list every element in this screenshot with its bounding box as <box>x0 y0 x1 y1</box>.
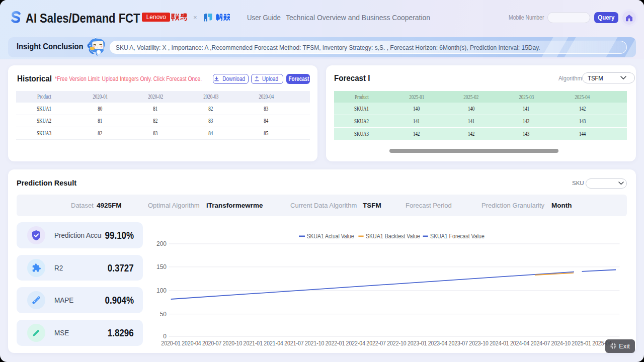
svg-text:2024-04: 2024-04 <box>510 340 530 347</box>
svg-text:SKUA1 Backtest Value: SKUA1 Backtest Value <box>366 233 420 240</box>
svg-text:2023-07: 2023-07 <box>449 340 468 347</box>
svg-text:2021-07: 2021-07 <box>284 340 304 347</box>
svg-text:2022-04: 2022-04 <box>346 340 366 347</box>
svg-text:2023-01: 2023-01 <box>408 340 427 347</box>
svg-text:200: 200 <box>156 240 167 247</box>
svg-text:50: 50 <box>160 311 167 318</box>
svg-text:2022-01: 2022-01 <box>326 340 345 347</box>
svg-text:2024-01: 2024-01 <box>490 340 509 347</box>
svg-text:2022-10: 2022-10 <box>387 340 407 347</box>
svg-text:2021-04: 2021-04 <box>264 340 283 347</box>
svg-text:2021-10: 2021-10 <box>305 340 325 347</box>
svg-text:2020-04: 2020-04 <box>182 340 201 347</box>
svg-text:2020-01: 2020-01 <box>161 340 181 347</box>
svg-text:2021-01: 2021-01 <box>244 340 263 347</box>
svg-text:2023-04: 2023-04 <box>428 340 448 347</box>
svg-text:2023-10: 2023-10 <box>469 340 489 347</box>
svg-text:0: 0 <box>163 333 167 340</box>
svg-text:2020-07: 2020-07 <box>202 340 222 347</box>
svg-text:SKUA1 Forecast Value: SKUA1 Forecast Value <box>430 233 485 240</box>
svg-text:SKUA1 Actual Value: SKUA1 Actual Value <box>307 233 354 240</box>
svg-text:2024-07: 2024-07 <box>531 340 550 347</box>
svg-text:100: 100 <box>156 287 167 294</box>
svg-text:2025-01: 2025-01 <box>572 340 591 347</box>
svg-text:2020-10: 2020-10 <box>223 340 243 347</box>
svg-text:2022-07: 2022-07 <box>366 340 386 347</box>
svg-text:2024-10: 2024-10 <box>551 340 571 347</box>
svg-text:150: 150 <box>156 263 167 270</box>
